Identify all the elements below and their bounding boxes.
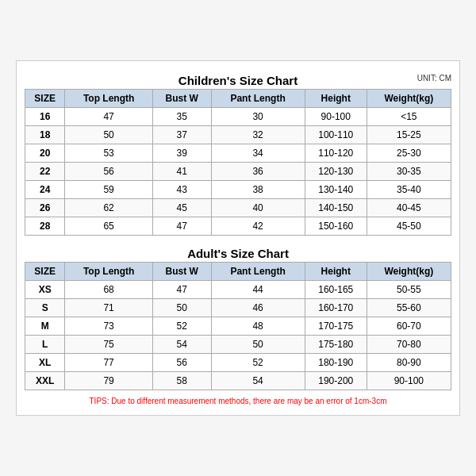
- table-cell: 32: [211, 126, 305, 144]
- table-cell: 56: [65, 163, 152, 181]
- table-cell: 79: [65, 372, 152, 390]
- table-cell: M: [25, 317, 65, 336]
- table-cell: 75: [65, 336, 152, 354]
- table-cell: 70-80: [367, 336, 451, 354]
- table-cell: 62: [65, 199, 152, 217]
- table-cell: 55-60: [367, 299, 451, 317]
- table-cell: 160-165: [305, 281, 367, 299]
- table-cell: 45-50: [367, 217, 451, 236]
- table-cell: 100-110: [305, 126, 367, 144]
- adult-col-height: Height: [305, 263, 367, 281]
- children-col-bust-w: Bust W: [152, 90, 211, 108]
- table-cell: 60-70: [367, 317, 451, 336]
- table-cell: 35-40: [367, 181, 451, 199]
- table-row: 20533934110-12025-30: [25, 144, 451, 163]
- table-cell: 68: [65, 281, 152, 299]
- table-cell: 120-130: [305, 163, 367, 181]
- table-cell: 160-170: [305, 299, 367, 317]
- table-cell: 37: [152, 126, 211, 144]
- table-row: 26624540140-15040-45: [25, 199, 451, 217]
- table-cell: 38: [211, 181, 305, 199]
- tips-text: TIPS: Due to different measurement metho…: [25, 395, 451, 407]
- table-cell: 50: [152, 299, 211, 317]
- children-col-height: Height: [305, 90, 367, 108]
- table-cell: 71: [65, 299, 152, 317]
- chart-container: Children's Size Chart UNIT: CM SIZE Top …: [16, 60, 460, 416]
- table-cell: 30-35: [367, 163, 451, 181]
- table-cell: 41: [152, 163, 211, 181]
- table-row: XL775652180-19080-90: [25, 354, 451, 372]
- table-row: XXL795854190-20090-100: [25, 372, 451, 390]
- children-size-table: SIZE Top Length Bust W Pant Length Heigh…: [25, 89, 451, 236]
- table-cell: 59: [65, 181, 152, 199]
- table-cell: 48: [211, 317, 305, 336]
- table-cell: 110-120: [305, 144, 367, 163]
- table-cell: 30: [211, 108, 305, 126]
- table-row: 24594338130-14035-40: [25, 181, 451, 199]
- table-cell: S: [25, 299, 65, 317]
- table-cell: 44: [211, 281, 305, 299]
- table-cell: 45: [152, 199, 211, 217]
- table-cell: 50: [211, 336, 305, 354]
- table-cell: 47: [152, 281, 211, 299]
- table-row: S715046160-17055-60: [25, 299, 451, 317]
- table-cell: 77: [65, 354, 152, 372]
- table-row: 1647353090-100<15: [25, 108, 451, 126]
- table-cell: 90-100: [305, 108, 367, 126]
- table-cell: 43: [152, 181, 211, 199]
- table-row: L755450175-18070-80: [25, 336, 451, 354]
- adult-col-pant-length: Pant Length: [211, 263, 305, 281]
- table-cell: 170-175: [305, 317, 367, 336]
- table-cell: 36: [211, 163, 305, 181]
- table-row: 18503732100-11015-25: [25, 126, 451, 144]
- adult-col-weight: Weight(kg): [367, 263, 451, 281]
- children-col-pant-length: Pant Length: [211, 90, 305, 108]
- table-row: 28654742150-16045-50: [25, 217, 451, 236]
- table-cell: 175-180: [305, 336, 367, 354]
- table-cell: 20: [25, 144, 65, 163]
- table-cell: 190-200: [305, 372, 367, 390]
- table-cell: 22: [25, 163, 65, 181]
- adult-section-title: Adult's Size Chart: [25, 242, 451, 262]
- table-cell: 16: [25, 108, 65, 126]
- table-cell: 39: [152, 144, 211, 163]
- table-cell: 34: [211, 144, 305, 163]
- table-cell: XXL: [25, 372, 65, 390]
- table-cell: XL: [25, 354, 65, 372]
- table-cell: 56: [152, 354, 211, 372]
- table-cell: 180-190: [305, 354, 367, 372]
- table-cell: 46: [211, 299, 305, 317]
- table-cell: 53: [65, 144, 152, 163]
- adult-col-top-length: Top Length: [65, 263, 152, 281]
- table-cell: 54: [211, 372, 305, 390]
- table-cell: 40-45: [367, 199, 451, 217]
- table-cell: 50-55: [367, 281, 451, 299]
- table-cell: 73: [65, 317, 152, 336]
- table-cell: 140-150: [305, 199, 367, 217]
- table-cell: 25-30: [367, 144, 451, 163]
- table-cell: 50: [65, 126, 152, 144]
- table-cell: 35: [152, 108, 211, 126]
- table-cell: 90-100: [367, 372, 451, 390]
- table-cell: <15: [367, 108, 451, 126]
- table-cell: 40: [211, 199, 305, 217]
- children-header-row: SIZE Top Length Bust W Pant Length Heigh…: [25, 90, 451, 108]
- table-cell: 47: [65, 108, 152, 126]
- table-cell: 52: [211, 354, 305, 372]
- adult-col-bust-w: Bust W: [152, 263, 211, 281]
- table-cell: 54: [152, 336, 211, 354]
- table-cell: 26: [25, 199, 65, 217]
- children-section-title: Children's Size Chart UNIT: CM: [25, 69, 451, 89]
- table-cell: 80-90: [367, 354, 451, 372]
- table-cell: 65: [65, 217, 152, 236]
- children-title-text: Children's Size Chart: [178, 74, 298, 87]
- table-cell: 47: [152, 217, 211, 236]
- adult-header-row: SIZE Top Length Bust W Pant Length Heigh…: [25, 263, 451, 281]
- table-cell: 24: [25, 181, 65, 199]
- table-cell: 42: [211, 217, 305, 236]
- unit-label: UNIT: CM: [417, 74, 451, 83]
- table-cell: 150-160: [305, 217, 367, 236]
- children-col-weight: Weight(kg): [367, 90, 451, 108]
- table-cell: 130-140: [305, 181, 367, 199]
- table-row: XS684744160-16550-55: [25, 281, 451, 299]
